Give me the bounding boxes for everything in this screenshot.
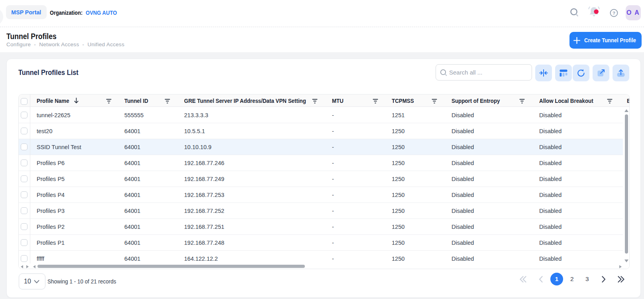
- svg-text:?: ?: [613, 11, 615, 16]
